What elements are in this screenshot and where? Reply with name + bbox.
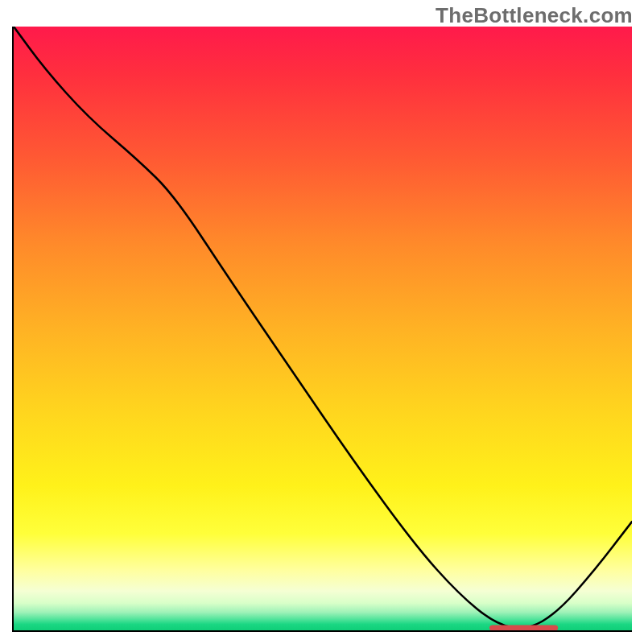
bottleneck-curve (14, 27, 632, 630)
watermark-text: TheBottleneck.com (436, 3, 633, 28)
minimum-marker (489, 625, 557, 630)
plot-area (12, 27, 632, 632)
chart-stage: TheBottleneck.com (0, 0, 644, 644)
